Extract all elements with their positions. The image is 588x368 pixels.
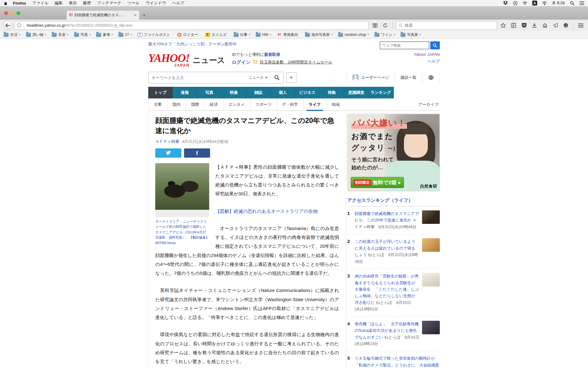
adobe-cc-icon[interactable] (513, 1, 518, 6)
ranking-item[interactable]: 4 券売機「ほらよ」 北千住駅券売機のSuica返却方法があまりにも無礼でなんか… (347, 317, 440, 351)
window-minimize-button[interactable] (10, 11, 14, 15)
timesale-link[interactable]: 目玉商品多数、24時間限定タイムセール (260, 60, 332, 64)
url-text[interactable]: headlines.yahoo.co.jp/hl?a=20160831-0000… (27, 23, 366, 28)
twitter-share-button[interactable] (155, 148, 181, 158)
login-link[interactable]: ログイン (232, 60, 251, 64)
article-photo[interactable] (155, 163, 209, 210)
browser-search-bar[interactable] (396, 21, 497, 30)
wifi-icon[interactable] (542, 1, 547, 6)
menu-hamburger-icon[interactable] (576, 21, 585, 30)
bookmark-item[interactable]: 写真 ▾ (74, 32, 91, 37)
bookmark-item[interactable]: ロイター (177, 32, 200, 37)
subnav-tab[interactable]: IT・科学 (277, 98, 303, 111)
window-close-button[interactable] (4, 11, 8, 15)
web-search-input[interactable] (380, 41, 429, 49)
hotspot-icon[interactable] (522, 1, 527, 6)
bookmarks-menu-icon[interactable] (509, 21, 518, 30)
subnav-tab[interactable]: 地域 (326, 98, 345, 111)
menu-item[interactable]: ファイル (32, 0, 48, 6)
subnav-tab[interactable]: エンタメ (223, 98, 250, 111)
home-icon[interactable] (541, 21, 549, 30)
menu-item[interactable]: ヘルプ (172, 0, 184, 6)
search-category-dropdown[interactable]: ニュース (246, 75, 270, 80)
spotlight-icon[interactable] (570, 1, 575, 6)
ranking-link[interactable]: 顔面腫瘍で絶滅危機のタスマニアデビル、この20年で急速に進化か (355, 211, 419, 222)
tab-close-icon[interactable]: ✕ (134, 13, 137, 17)
nav-tab[interactable]: 意識調査 (344, 87, 369, 98)
bookmark-item[interactable]: T タイムズ (205, 32, 228, 37)
downloads-icon[interactable] (530, 21, 539, 30)
subnav-tab[interactable]: 主要 (148, 98, 167, 111)
register-link[interactable]: 新規取得 (264, 52, 280, 57)
bookmark-item[interactable]: Y! 乗換案内 (277, 32, 300, 37)
promo-link[interactable]: 最大70%オフ「九州ふっこう割」クーポン配布中 (148, 41, 237, 47)
bookmark-item[interactable]: 海外写真家 ▾ (305, 32, 333, 37)
url-bar[interactable]: headlines.yahoo.co.jp/hl?a=20160831-0000… (14, 21, 369, 30)
reader-mode-icon[interactable] (371, 21, 379, 30)
facebook-share-button[interactable]: f (184, 148, 210, 158)
menu-item[interactable]: 編集 (55, 0, 63, 6)
news-search-button[interactable] (270, 72, 283, 83)
subnav-tab[interactable]: 経済 (204, 98, 223, 111)
bookmark-item[interactable]: 生活 ▾ (4, 32, 21, 37)
photo-caption[interactable]: オーストラリア・ニューサウスウェールズ州の飼育施設で撮影したタスマニアデビル（2… (155, 219, 209, 246)
ranking-thumbnail[interactable] (422, 210, 440, 224)
menu-firefox[interactable]: Firefox (13, 1, 26, 6)
subnav-tab[interactable]: スポーツ (250, 98, 277, 111)
menu-item[interactable]: ブックマーク (97, 0, 122, 6)
ranking-link[interactable]: リオ五輪引継式で映った安倍首相の腕時計が「私物のオメガ製品」とうわさに 大会組織… (355, 356, 439, 368)
archive-link[interactable]: アーカイブ (418, 102, 440, 107)
subnav-tab[interactable]: 国内 (167, 98, 186, 111)
ad-info-icon[interactable] (434, 115, 439, 119)
nav-tab[interactable]: 速報 (173, 87, 197, 98)
menu-item[interactable]: 表示 (69, 0, 77, 6)
help-link[interactable]: ヘルプ (414, 59, 440, 63)
subscriptions-link[interactable]: 購読一覧 (395, 75, 422, 80)
window-zoom-button[interactable] (17, 11, 20, 15)
nav-tab[interactable]: 映像 (222, 87, 246, 98)
bookmark-item[interactable]: HW ▾ (256, 33, 271, 37)
ranking-thumbnail[interactable] (422, 238, 440, 252)
dropbox-icon[interactable] (503, 1, 508, 6)
ranking-thumbnail[interactable] (422, 273, 440, 286)
yahoo-japan-link[interactable]: Yahoo! JAPAN (414, 52, 440, 56)
nav-tab[interactable]: ランキング (369, 87, 393, 98)
add-tab-button[interactable]: + (286, 72, 296, 83)
nav-tab[interactable]: 個人 (271, 87, 295, 98)
bookmark-item[interactable]: ワイン ▾ (375, 32, 395, 37)
bookmark-item[interactable]: 参考 ▾ (96, 32, 113, 37)
site-info-icon[interactable] (17, 23, 21, 28)
bookmark-item[interactable]: 写真家 ▾ (401, 32, 421, 37)
addon-smiley-icon[interactable] (561, 21, 570, 30)
bookmark-star-icon[interactable] (499, 21, 507, 30)
nav-tab[interactable]: 雑誌 (246, 87, 271, 98)
bookmark-item[interactable]: 仕事 ▾ (234, 32, 251, 37)
nav-tab[interactable]: 特集 (320, 87, 344, 98)
bookmark-item[interactable]: 音楽 ▾ (52, 32, 69, 37)
ranking-thumbnail[interactable] (422, 321, 440, 334)
notification-center-icon[interactable] (579, 1, 584, 6)
input-method-icon[interactable]: A (532, 1, 537, 6)
browser-tab[interactable]: Y! 顔面腫瘍で絶滅危機のタス... ✕ (66, 10, 140, 20)
nav-tab[interactable]: トップ (148, 87, 173, 98)
menu-clock[interactable]: 木 9:28 (552, 0, 565, 6)
nav-tab[interactable]: 写真 (197, 87, 222, 98)
ranking-item[interactable]: 2 この松屋の玉子が浮いているように見える人は疲れているので寝ましょう ねとらぼ… (347, 234, 440, 269)
web-search-button[interactable] (430, 41, 440, 49)
send-tab-icon[interactable] (551, 21, 560, 30)
nav-tab[interactable]: ビジネス (295, 87, 320, 98)
ranking-item[interactable]: 5 リオ五輪引継式で映った安倍首相の腕時計が「私物のオメガ製品」とうわさに 大会… (347, 351, 440, 368)
yahoo-news-logo[interactable]: YAHOO! JAPAN ニュース (148, 52, 225, 67)
menu-item[interactable]: 履歴 (83, 0, 91, 6)
settings-gear-icon[interactable] (422, 75, 439, 81)
bookmark-item[interactable]: 買い物 ▾ (26, 32, 47, 37)
ad-banner[interactable]: パパ大嫌い！ お酒でまた グッタリ 〜} そう娘に言われて始めたのが… 初回限定… (347, 114, 440, 191)
apple-icon[interactable] (4, 1, 8, 6)
menu-item[interactable]: ウインドウ (146, 0, 166, 6)
ranking-item[interactable]: 3 弟の自由研究「受験生の観察」が秀逸すぎて心をえぐられる受験生が大量発生 「ぐ… (347, 269, 440, 317)
subnav-tab[interactable]: 国際 (186, 98, 204, 111)
ad-cta-button[interactable]: 初回限定 無料で2箱 ▶ (351, 177, 404, 188)
ranking-item[interactable]: 1 顔面腫瘍で絶滅危機のタスマニアデビル、この20年で急速に進化か ＡＦＰ＝時事… (347, 206, 440, 234)
new-tab-button[interactable]: + (140, 11, 149, 20)
article-source-link[interactable]: ＡＦＰ＝時事 (155, 139, 179, 144)
